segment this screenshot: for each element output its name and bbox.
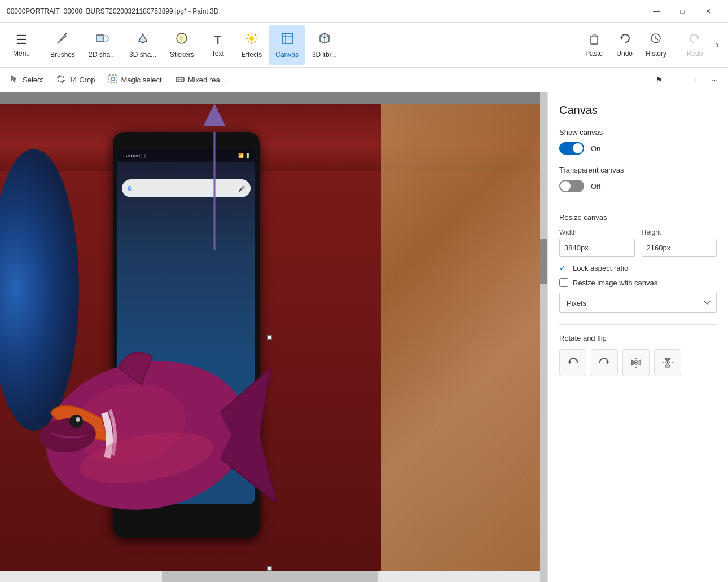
width-field: Width bbox=[559, 228, 635, 257]
3dlib-icon bbox=[318, 32, 331, 48]
toolbar-history[interactable]: History bbox=[641, 25, 671, 65]
svg-point-21 bbox=[111, 77, 115, 81]
close-button[interactable]: ✕ bbox=[695, 2, 721, 20]
flag-icon: ⚑ bbox=[656, 76, 663, 84]
brushes-icon bbox=[56, 32, 69, 48]
subtoolbar: Select 14 Crop Magic select bbox=[0, 68, 728, 92]
crop-label: 14 Crop bbox=[69, 76, 95, 84]
rotate-left-btn[interactable] bbox=[559, 349, 586, 376]
width-input[interactable] bbox=[559, 239, 635, 257]
panel-divider-2 bbox=[559, 324, 717, 325]
lock-aspect-row: ✓ Lock aspect ratio bbox=[559, 263, 717, 272]
show-canvas-label: Show canvas bbox=[559, 128, 717, 136]
svg-point-30 bbox=[76, 417, 80, 422]
lock-aspect-label: Lock aspect ratio bbox=[573, 264, 628, 272]
v-scrollbar-thumb[interactable] bbox=[540, 239, 547, 284]
checkmark-icon: ✓ bbox=[559, 263, 566, 272]
svg-rect-2 bbox=[97, 35, 103, 42]
svg-line-0 bbox=[65, 33, 67, 35]
flip-vertical-btn[interactable] bbox=[622, 349, 650, 376]
select-icon bbox=[10, 74, 19, 86]
history-icon bbox=[650, 32, 662, 47]
vertical-scrollbar[interactable] bbox=[540, 92, 547, 582]
subtool-select[interactable]: Select bbox=[5, 70, 49, 90]
svg-marker-14 bbox=[696, 37, 699, 40]
canvas-icon bbox=[280, 32, 294, 48]
svg-marker-34 bbox=[568, 361, 571, 364]
height-input[interactable] bbox=[642, 239, 717, 257]
redo-icon bbox=[688, 32, 701, 47]
toolbar-brushes[interactable]: Brushes bbox=[43, 25, 82, 65]
transparent-canvas-toggle-row: Off bbox=[559, 180, 717, 192]
main-area: 3.2KB/s ⊞ ⊟ 📶 🔋 G 🎤 Cloudy 29°C ☁ bbox=[0, 92, 728, 582]
toolbar-undo[interactable]: Undo bbox=[611, 25, 639, 65]
subtool-mixed-reality[interactable]: Mixed rea... bbox=[170, 70, 232, 90]
more-icon: ··· bbox=[712, 76, 718, 84]
status-bar: 3.2KB/s ⊞ ⊟ 📶 🔋 bbox=[117, 149, 255, 162]
resize-dimensions-row: Width Height bbox=[559, 228, 717, 257]
toolbar-chevron[interactable]: › bbox=[711, 34, 723, 55]
resize-canvas-label: Resize canvas bbox=[559, 213, 717, 222]
effects-icon bbox=[245, 32, 258, 48]
window-controls: — □ ✕ bbox=[643, 2, 721, 20]
subtool-more[interactable]: ··· bbox=[706, 70, 723, 90]
google-search: G 🎤 bbox=[122, 179, 251, 197]
toolbar-paste[interactable]: Paste bbox=[580, 25, 608, 65]
mixed-reality-icon bbox=[176, 74, 185, 86]
subtool-crop[interactable]: 14 Crop bbox=[51, 70, 100, 90]
toolbar-redo[interactable]: Redo bbox=[681, 25, 709, 65]
main-toolbar: ☰ Menu Brushes 2D sha... 3D bbox=[0, 23, 728, 68]
svg-rect-20 bbox=[109, 75, 117, 83]
toolbar-3d-shapes[interactable]: 3D sha... bbox=[122, 25, 163, 65]
toolbar-sep-1 bbox=[41, 31, 41, 59]
toolbar-3dlib[interactable]: 3D libr... bbox=[305, 25, 344, 65]
titlebar: 00000PORTRAIT_00000_BURST202003211807538… bbox=[0, 0, 728, 23]
toolbar-canvas[interactable]: Canvas bbox=[269, 25, 305, 65]
crop-icon bbox=[56, 74, 65, 86]
canvas-handle-bottom[interactable] bbox=[267, 566, 272, 571]
canvas-panel: Canvas Show canvas On Transparent canvas… bbox=[547, 92, 728, 582]
text-icon: T bbox=[214, 33, 221, 47]
subtool-flag[interactable]: ⚑ bbox=[650, 70, 668, 90]
subtool-magic-select[interactable]: Magic select bbox=[103, 70, 167, 90]
canvas-handle-top[interactable] bbox=[267, 335, 272, 340]
toolbar-effects[interactable]: Effects bbox=[235, 25, 269, 65]
svg-marker-12 bbox=[620, 37, 623, 40]
show-canvas-toggle-row: On bbox=[559, 142, 717, 155]
stickers-icon bbox=[175, 32, 188, 48]
svg-point-24 bbox=[181, 78, 183, 81]
canvas-area[interactable]: 3.2KB/s ⊞ ⊟ 📶 🔋 G 🎤 Cloudy 29°C ☁ bbox=[0, 92, 547, 582]
show-canvas-toggle[interactable] bbox=[559, 142, 584, 155]
height-field: Height bbox=[642, 228, 717, 257]
width-label: Width bbox=[559, 228, 635, 236]
window-title: 00000PORTRAIT_00000_BURST202003211807538… bbox=[7, 7, 643, 15]
svg-marker-35 bbox=[606, 361, 609, 364]
horizontal-scrollbar[interactable] bbox=[0, 571, 540, 582]
rotate-flip-label: Rotate and flip bbox=[559, 334, 717, 342]
canvas-image: 3.2KB/s ⊞ ⊟ 📶 🔋 G 🎤 Cloudy 29°C ☁ bbox=[0, 104, 540, 571]
toolbar-stickers[interactable]: Stickers bbox=[163, 25, 201, 65]
resize-image-checkbox[interactable] bbox=[559, 278, 568, 287]
toolbar-text[interactable]: T Text bbox=[201, 25, 235, 65]
rotate-right-btn[interactable] bbox=[591, 349, 618, 376]
svg-point-1 bbox=[58, 41, 60, 43]
flip-horizontal-btn[interactable] bbox=[654, 349, 681, 376]
height-label: Height bbox=[642, 228, 717, 236]
unit-dropdown[interactable]: Pixels Inches Centimeters bbox=[559, 293, 717, 313]
resize-image-label: Resize image with canvas bbox=[573, 279, 657, 287]
minimize-button[interactable]: — bbox=[643, 2, 669, 20]
h-scrollbar-thumb[interactable] bbox=[162, 571, 378, 582]
subtool-zoom-out[interactable]: − bbox=[670, 70, 686, 90]
toolbar-sep-right bbox=[676, 31, 676, 59]
menu-icon: ☰ bbox=[16, 33, 27, 47]
maximize-button[interactable]: □ bbox=[669, 2, 695, 20]
wood-bg bbox=[381, 104, 540, 571]
zoom-out-icon: − bbox=[676, 76, 681, 84]
toolbar-menu[interactable]: ☰ Menu bbox=[5, 25, 38, 65]
panel-divider-1 bbox=[559, 204, 717, 204]
resize-image-row: Resize image with canvas bbox=[559, 278, 717, 287]
subtool-zoom-in[interactable]: + bbox=[688, 70, 704, 90]
transparent-canvas-toggle[interactable] bbox=[559, 180, 584, 192]
svg-rect-11 bbox=[593, 34, 596, 37]
toolbar-2d-shapes[interactable]: 2D sha... bbox=[82, 25, 122, 65]
